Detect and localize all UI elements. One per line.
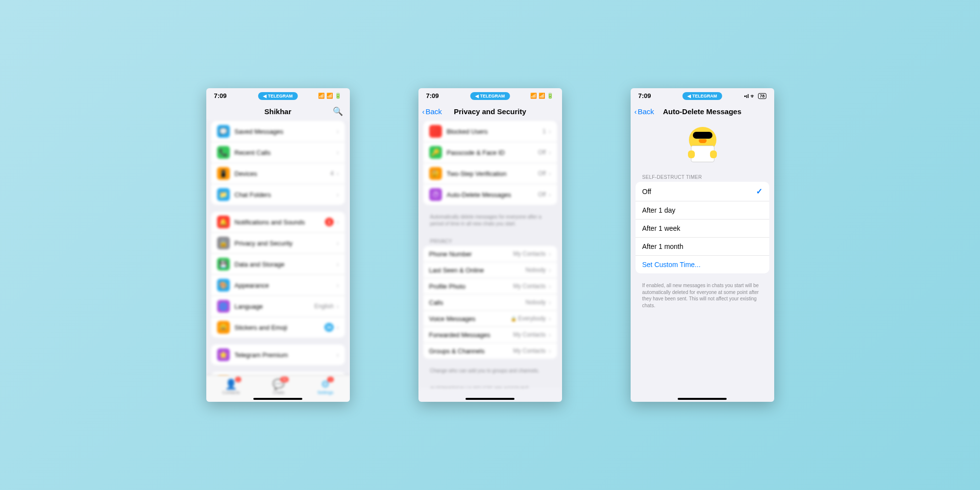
- tab-settings[interactable]: ⚙1Settings: [318, 378, 334, 395]
- telegram-pill: ◀ TELEGRAM: [683, 92, 722, 100]
- tab-badge: 1: [327, 377, 333, 382]
- home-indicator: [678, 398, 727, 400]
- row-label: Notifications and Sounds: [235, 219, 325, 226]
- navbar: Shikhar 🔍: [206, 101, 350, 121]
- row-badge: 1: [325, 218, 334, 226]
- row-label: Passcode & Face ID: [447, 149, 539, 156]
- row-label: Auto-Delete Messages: [447, 191, 539, 198]
- row-label: Two-Step Verification: [447, 170, 539, 177]
- settings-row[interactable]: Voice Messages🔒Everybody›: [423, 311, 557, 327]
- row-value: Nobody: [525, 299, 545, 306]
- chevron-right-icon: ›: [549, 127, 551, 135]
- settings-row[interactable]: 🔒Privacy and Security›: [211, 233, 345, 254]
- row-value: Off: [538, 149, 546, 156]
- navbar: ‹ Back Auto-Delete Messages: [631, 101, 774, 121]
- row-value: My Contacts: [513, 331, 546, 338]
- settings-row[interactable]: 🌐LanguageEnglish›: [211, 296, 345, 317]
- chevron-right-icon: ›: [337, 281, 339, 289]
- settings-row[interactable]: 🔐Two-Step VerificationOff›: [423, 163, 557, 184]
- row-icon: 🔒: [217, 237, 230, 249]
- row-value: My Contacts: [513, 347, 546, 354]
- section-header: PRIVACY: [423, 232, 557, 246]
- settings-row[interactable]: Last Seen & OnlineNobody›: [423, 262, 557, 278]
- search-icon[interactable]: 🔍: [333, 106, 343, 117]
- telegram-pill: ◀ TELEGRAM: [258, 92, 298, 100]
- status-bar: 7:09 ◀ TELEGRAM 📶 📶 🔋: [418, 88, 562, 101]
- row-value: 4: [330, 170, 334, 177]
- section-footer: Automatically delete messages for everyo…: [423, 212, 557, 232]
- chevron-right-icon: ›: [549, 315, 551, 322]
- status-icons: 📶 📶 🔋: [530, 93, 554, 99]
- row-icon: 💾: [217, 258, 230, 270]
- settings-row[interactable]: Groups & ChannelsMy Contacts›: [423, 343, 557, 359]
- option-label: Set Custom Time...: [642, 261, 762, 269]
- settings-row[interactable]: CallsNobody›: [423, 294, 557, 311]
- status-bar: 7:09 ◀ TELEGRAM 📶 📶 🔋: [206, 88, 350, 101]
- row-label: Saved Messages: [235, 128, 337, 135]
- row-label: Voice Messages: [429, 315, 511, 322]
- page-title: Shikhar: [264, 107, 291, 116]
- row-label: Recent Calls: [235, 149, 337, 156]
- settings-row[interactable]: ⭐Telegram Premium›: [211, 344, 345, 365]
- timer-option[interactable]: Off✓: [636, 182, 769, 201]
- settings-content: 💬Saved Messages›📞Recent Calls›📱Devices4›…: [206, 121, 350, 388]
- settings-row[interactable]: 📞Recent Calls›: [211, 142, 345, 163]
- chevron-right-icon: ›: [337, 148, 339, 156]
- settings-row[interactable]: 📁Chat Folders›: [211, 184, 345, 205]
- settings-row[interactable]: 📱Devices4›: [211, 163, 345, 184]
- settings-row[interactable]: Forwarded MessagesMy Contacts›: [423, 327, 557, 343]
- chevron-right-icon: ›: [549, 298, 551, 306]
- telegram-pill: ◀ TELEGRAM: [470, 92, 510, 100]
- row-label: Devices: [235, 170, 331, 177]
- chevron-right-icon: ›: [549, 148, 551, 156]
- tab-contacts[interactable]: 👤1Contacts: [222, 378, 240, 395]
- timer-option[interactable]: After 1 week: [636, 220, 769, 238]
- settings-row[interactable]: 🔔Notifications and Sounds1›: [211, 212, 345, 233]
- tab-chats[interactable]: 💬54Chats: [272, 378, 285, 395]
- settings-row[interactable]: Phone NumberMy Contacts›: [423, 246, 557, 262]
- status-icons: 📶 📶 🔋: [318, 93, 342, 99]
- chevron-right-icon: ›: [549, 331, 551, 339]
- chevron-right-icon: ›: [337, 191, 339, 198]
- settings-row[interactable]: 😀Stickers and Emoji34›: [211, 317, 345, 338]
- row-value: 1: [542, 128, 546, 135]
- back-button[interactable]: ‹ Back: [422, 107, 442, 116]
- timer-option[interactable]: After 1 day: [636, 201, 769, 220]
- row-value: My Contacts: [513, 283, 546, 290]
- row-value: Everybody: [518, 315, 546, 322]
- row-icon: 🔔: [217, 216, 230, 228]
- row-label: Groups & Channels: [429, 347, 514, 355]
- checkmark-icon: ✓: [756, 187, 762, 196]
- tab-icon: 💬54: [272, 378, 285, 390]
- row-label: Appearance: [235, 282, 337, 289]
- custom-time-button[interactable]: Set Custom Time...: [636, 256, 769, 273]
- row-icon: 💬: [217, 125, 230, 138]
- row-label: Privacy and Security: [235, 240, 337, 247]
- tab-icon: 👤1: [225, 378, 237, 390]
- row-label: Blocked Users: [447, 128, 543, 135]
- page-title: Privacy and Security: [454, 107, 526, 116]
- page-title: Auto-Delete Messages: [663, 107, 741, 116]
- tab-label: Contacts: [222, 390, 240, 395]
- settings-row[interactable]: 💬Saved Messages›: [211, 121, 345, 142]
- back-button[interactable]: ‹ Back: [635, 107, 654, 116]
- row-icon: 📞: [217, 146, 230, 159]
- settings-row[interactable]: 🔑Passcode & Face IDOff›: [423, 142, 557, 163]
- settings-row[interactable]: Profile PhotoMy Contacts›: [423, 278, 557, 294]
- chevron-right-icon: ›: [549, 170, 551, 177]
- timer-option[interactable]: After 1 month: [636, 238, 769, 256]
- settings-row[interactable]: 💾Data and Storage›: [211, 254, 345, 275]
- chevron-right-icon: ›: [337, 323, 339, 331]
- status-bar: 7:09 ◀ TELEGRAM •ıl ᯤ 78: [631, 88, 774, 101]
- settings-row[interactable]: 🚫Blocked Users1›: [423, 121, 557, 142]
- row-label: Last Seen & Online: [429, 267, 526, 274]
- settings-row[interactable]: 🎨Appearance›: [211, 275, 345, 296]
- tab-label: Settings: [318, 390, 334, 395]
- chevron-right-icon: ›: [549, 282, 551, 290]
- row-value: Nobody: [525, 267, 545, 273]
- row-icon: 🎨: [217, 279, 230, 292]
- settings-row[interactable]: ⏱Auto-Delete MessagesOff›: [423, 184, 557, 205]
- row-icon: 😀: [217, 321, 230, 334]
- row-label: Telegram Premium: [235, 351, 337, 359]
- section-header: AUTOMATICALLY DELETE MY ACCOUNT: [423, 379, 557, 389]
